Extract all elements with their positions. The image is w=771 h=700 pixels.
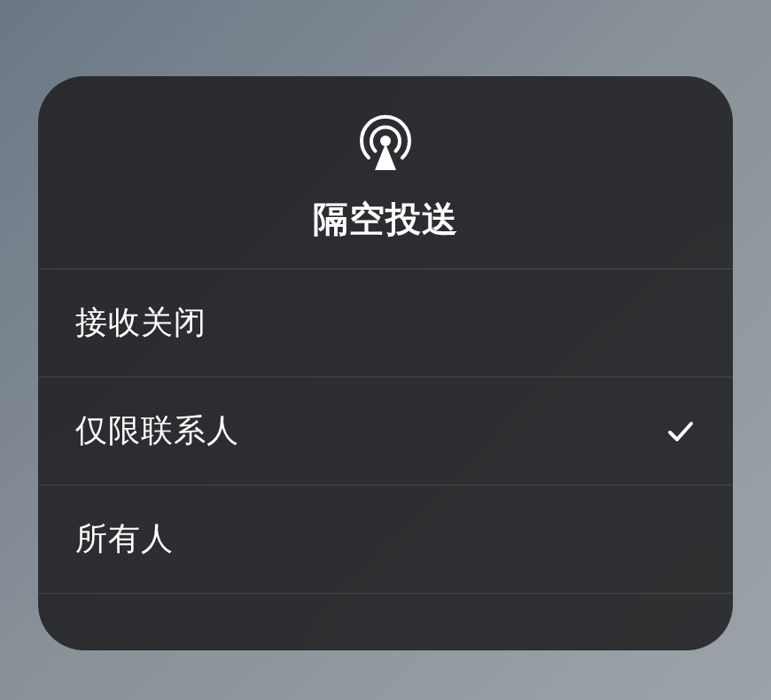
popup-title: 隔空投送: [313, 195, 458, 244]
option-receiving-off[interactable]: 接收关闭: [38, 269, 733, 377]
option-contacts-only[interactable]: 仅限联系人: [38, 377, 733, 486]
option-label: 仅限联系人: [75, 409, 239, 453]
option-label: 接收关闭: [75, 301, 206, 345]
options-list: 接收关闭 仅限联系人 所有人: [38, 269, 733, 594]
option-label: 所有人: [75, 517, 174, 561]
option-everyone[interactable]: 所有人: [38, 486, 733, 594]
checkmark-icon: [666, 416, 696, 447]
popup-header: 隔空投送: [38, 76, 733, 269]
airdrop-icon: [354, 112, 417, 175]
airdrop-popup: 隔空投送 接收关闭 仅限联系人 所有人: [38, 76, 733, 650]
